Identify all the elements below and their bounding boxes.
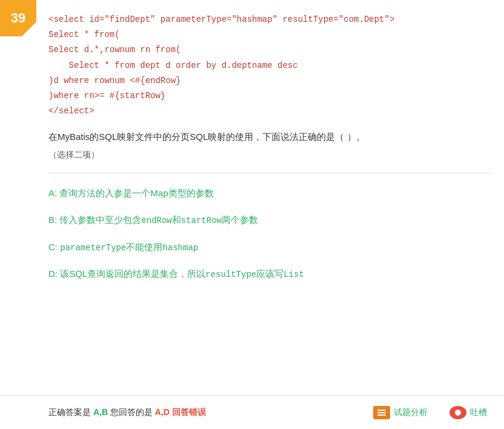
question-number: 39 xyxy=(11,10,25,26)
footer-bar: 正确答案是 A,B 您回答的是 A,D 回答错误 试题分析 吐槽 xyxy=(0,395,504,429)
option-d-label: D: xyxy=(48,268,60,279)
question-text: 在MyBatis的SQL映射文件中的分页SQL映射的使用，下面说法正确的是（ ）… xyxy=(48,128,492,145)
options-list: A: 查询方法的入参是一个Map类型的参数 B: 传入参数中至少包含endRow… xyxy=(48,185,492,282)
option-d[interactable]: D: 该SQL查询返回的结果是集合，所以resultType应该写List xyxy=(48,266,492,282)
option-d-code2: List xyxy=(284,270,304,279)
option-c-code: parameterType xyxy=(60,243,126,253)
lines-icon xyxy=(377,410,386,416)
option-b-code2: startRow xyxy=(181,216,222,225)
option-d-text: 该SQL查询返回的结果是集合，所以 xyxy=(60,268,205,279)
main-content: <select id="findDept" parameterType="has… xyxy=(0,0,504,307)
answer-result: 正确答案是 A,B 您回答的是 A,D 回答错误 xyxy=(48,407,206,418)
result-text: 回答错误 xyxy=(170,407,206,417)
complain-button[interactable]: 吐槽 xyxy=(445,404,492,422)
code-line-3: Select d.*,rownum rn from( xyxy=(48,42,492,58)
code-line-1: <select id="findDept" parameterType="has… xyxy=(48,12,492,27)
option-d-text2: 应该写 xyxy=(256,268,284,279)
correct-prefix: 正确答案是 xyxy=(48,407,93,417)
option-a[interactable]: A: 查询方法的入参是一个Map类型的参数 xyxy=(48,185,492,201)
code-block: <select id="findDept" parameterType="has… xyxy=(48,12,492,119)
divider xyxy=(48,173,492,173)
option-c-label: C: xyxy=(48,242,60,252)
select-hint: （选择二项） xyxy=(48,150,492,161)
code-line-5: )d where rownum <#{endRow} xyxy=(48,73,492,88)
code-line-2: Select * from( xyxy=(48,27,492,42)
complain-label: 吐槽 xyxy=(470,407,487,418)
code-line-6: )where rn>= #{startRow} xyxy=(48,88,492,104)
your-prefix: 您回答的是 xyxy=(108,407,155,417)
code-line-4: Select * from dept d order by d.deptname… xyxy=(48,58,492,73)
option-b-label: B: xyxy=(48,215,59,225)
option-b-text: 传入参数中至少包含endRow和startRow两个参数 xyxy=(59,215,258,225)
analysis-label: 试题分析 xyxy=(394,407,428,418)
option-c-code2: hashmap xyxy=(162,243,198,253)
code-line-7: </select> xyxy=(48,104,492,119)
option-b-code: endRow xyxy=(141,216,171,225)
option-a-label: A: xyxy=(48,188,59,198)
option-a-text: 查询方法的入参是一个Map类型的参数 xyxy=(59,188,213,198)
option-d-code: resultType xyxy=(205,270,256,279)
analysis-button[interactable]: 试题分析 xyxy=(368,404,433,422)
analysis-icon xyxy=(373,406,390,419)
your-answers: A,D xyxy=(155,407,170,417)
option-b[interactable]: B: 传入参数中至少包含endRow和startRow两个参数 xyxy=(48,212,492,228)
option-c-text: 不能使用 xyxy=(126,242,162,252)
option-c[interactable]: C: parameterType不能使用hashmap xyxy=(48,239,492,256)
eye-icon xyxy=(449,406,466,419)
correct-answers: A,B xyxy=(93,407,108,417)
footer-actions: 试题分析 吐槽 xyxy=(368,404,492,422)
